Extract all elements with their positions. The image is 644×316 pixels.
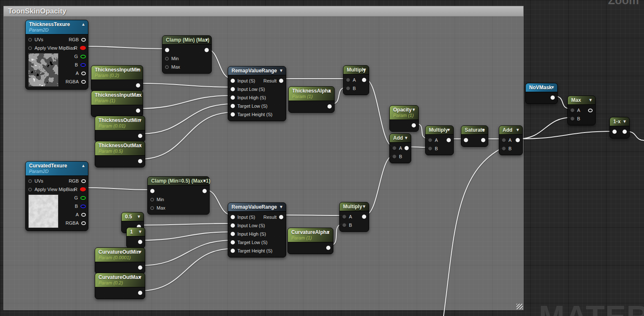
output-pin[interactable] (138, 159, 142, 163)
node-header[interactable]: CurvatureOutMinParam (0.0001)▼ (95, 248, 145, 262)
dropdown-arrow-icon[interactable]: ▼ (327, 88, 332, 93)
output-pin-g[interactable] (80, 196, 86, 200)
input-pin[interactable] (342, 215, 346, 219)
node-header[interactable]: ThicknessAlphaParam (1)▼ (289, 87, 334, 101)
output-pin[interactable] (202, 189, 207, 193)
node-header[interactable]: CurvatureOutMaxParam (0.2)▼ (95, 273, 145, 287)
node-header[interactable]: Add▼ (390, 134, 411, 143)
node-header[interactable]: RemapValueRange▼ (228, 66, 286, 75)
dropdown-arrow-icon[interactable]: ▼ (202, 178, 207, 183)
node-header[interactable]: RemapValueRange▼ (228, 203, 286, 212)
input-pin[interactable] (231, 249, 235, 253)
input-pin[interactable] (150, 189, 154, 193)
input-pin[interactable] (428, 138, 432, 142)
collapse-up-icon[interactable]: ▲ (81, 163, 85, 168)
input-pin[interactable] (342, 223, 346, 227)
output-pin[interactable] (138, 134, 142, 138)
input-pin[interactable] (502, 146, 506, 151)
output-pin[interactable] (279, 215, 283, 219)
input-pin[interactable] (231, 112, 235, 117)
input-pin[interactable] (165, 65, 169, 69)
node-thickness-out-min[interactable]: ThicknessOutMinParam (0.01)▼ (95, 116, 145, 142)
input-pin-apply-view-mipbias[interactable] (28, 46, 32, 50)
node-opacity[interactable]: OpacityParam (1)▼ (389, 105, 419, 132)
node-thickness-input-max[interactable]: ThicknessInputMaxParam (1)▼ (91, 90, 143, 117)
input-pin[interactable] (392, 154, 397, 159)
node-novmask[interactable]: NoVMask▼ (525, 83, 558, 104)
output-pin-g[interactable] (80, 55, 86, 58)
node-const-1[interactable]: 1▼ (126, 227, 145, 248)
dropdown-arrow-icon[interactable]: ▼ (551, 85, 555, 90)
dropdown-arrow-icon[interactable]: ▼ (138, 275, 142, 279)
node-header[interactable]: OpacityParam (1)▼ (390, 106, 418, 120)
dropdown-arrow-icon[interactable]: ▼ (412, 107, 416, 112)
node-remap-value-range-1[interactable]: RemapValueRange▼Input (S)ResultInput Low… (228, 66, 286, 121)
input-pin[interactable] (570, 117, 575, 121)
output-pin-r[interactable] (80, 46, 86, 50)
node-add-1[interactable]: Add▼AB (389, 133, 411, 163)
node-multiply-1[interactable]: Multiply▼AB (343, 65, 369, 95)
input-pin[interactable] (231, 215, 235, 219)
dropdown-arrow-icon[interactable]: ▼ (362, 204, 366, 209)
dropdown-arrow-icon[interactable]: ▼ (136, 93, 140, 97)
input-pin[interactable] (150, 206, 154, 210)
output-pin-b[interactable] (80, 63, 86, 67)
material-graph-canvas[interactable]: MATERIAL ToonSkinOpacity ThicknessTexure… (0, 0, 644, 316)
input-pin[interactable] (165, 57, 169, 61)
dropdown-arrow-icon[interactable]: ▼ (138, 143, 142, 148)
node-header[interactable]: NoVMask▼ (526, 83, 557, 92)
node-header[interactable]: CurvatedTexureParam2D▲ (26, 162, 88, 176)
input-pin-uvs[interactable] (28, 179, 32, 183)
output-pin[interactable] (362, 215, 366, 219)
output-pin[interactable] (136, 109, 140, 113)
output-pin[interactable] (327, 104, 332, 109)
input-pin[interactable] (392, 146, 397, 150)
node-header[interactable]: 1▼ (127, 228, 145, 236)
dropdown-arrow-icon[interactable]: ▼ (362, 67, 366, 72)
node-header[interactable]: ThicknessOutMaxParam (0.5)▼ (95, 141, 145, 156)
node-thickness-input-min[interactable]: ThicknessInputMinParam (0.2)▼ (91, 65, 143, 92)
output-pin[interactable] (138, 266, 142, 270)
input-pin[interactable] (428, 146, 432, 151)
node-multiply-2[interactable]: Multiply▼AB (339, 202, 369, 232)
dropdown-arrow-icon[interactable]: ▼ (481, 127, 485, 132)
dropdown-arrow-icon[interactable]: ▼ (623, 119, 627, 124)
output-pin[interactable] (588, 109, 593, 112)
output-pin-rgb[interactable] (81, 179, 86, 183)
node-one-minus-x[interactable]: 1-x▼ (609, 117, 630, 138)
input-pin-apply-view-mipbias[interactable] (28, 188, 32, 191)
input-pin[interactable] (231, 79, 235, 83)
dropdown-arrow-icon[interactable]: ▼ (138, 118, 142, 122)
output-pin-r[interactable] (80, 187, 86, 191)
input-pin[interactable] (165, 48, 169, 52)
input-pin[interactable] (231, 223, 235, 228)
output-pin[interactable] (412, 123, 416, 127)
output-pin[interactable] (279, 79, 283, 83)
output-pin[interactable] (205, 48, 209, 52)
dropdown-arrow-icon[interactable]: ▼ (136, 67, 140, 72)
input-pin[interactable] (231, 87, 235, 91)
output-pin-a[interactable] (81, 72, 86, 75)
output-pin[interactable] (516, 138, 520, 142)
input-pin[interactable] (150, 198, 154, 202)
output-pin-b[interactable] (80, 204, 86, 208)
output-pin[interactable] (138, 291, 142, 295)
output-pin-rgb[interactable] (81, 38, 86, 42)
node-header[interactable]: CurvatureAlphaParam (1)▼ (288, 228, 333, 242)
dropdown-arrow-icon[interactable]: ▼ (588, 98, 593, 102)
output-pin[interactable] (447, 138, 451, 142)
output-pin-a[interactable] (81, 213, 86, 217)
input-pin[interactable] (346, 86, 350, 90)
node-add-2[interactable]: Add▼AB (499, 125, 523, 155)
node-max[interactable]: Max▼AB (567, 96, 596, 125)
node-header[interactable]: ThicknessInputMaxParam (1)▼ (91, 91, 143, 105)
node-header[interactable]: Multiply▼ (340, 202, 369, 211)
output-pin[interactable] (551, 96, 555, 100)
dropdown-arrow-icon[interactable]: ▼ (447, 127, 451, 132)
node-header[interactable]: 1-x▼ (610, 117, 629, 126)
node-saturate[interactable]: Saturate▼ (461, 125, 488, 147)
dropdown-arrow-icon[interactable]: ▼ (516, 127, 520, 132)
dropdown-arrow-icon[interactable]: ▼ (404, 135, 408, 140)
input-pin[interactable] (612, 130, 617, 134)
node-curvature-out-min[interactable]: CurvatureOutMinParam (0.0001)▼ (95, 247, 145, 274)
